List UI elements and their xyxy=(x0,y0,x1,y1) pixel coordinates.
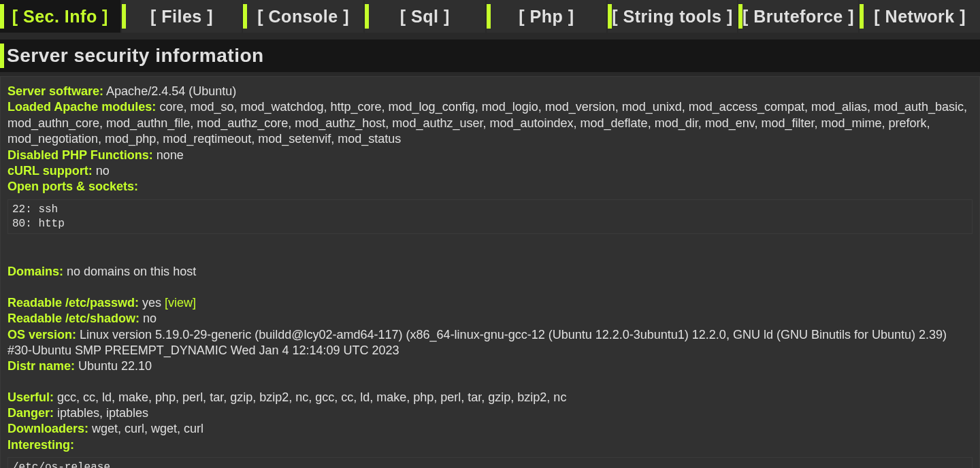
tab-console[interactable]: [ Console ] xyxy=(243,0,363,33)
tab-label: [ Network ] xyxy=(874,7,966,27)
interesting-pre: /etc/os-release xyxy=(7,457,973,468)
label-distr: Distr name: xyxy=(7,359,75,373)
tab-files[interactable]: [ Files ] xyxy=(122,0,242,33)
content-panel: Server software: Apache/2.4.54 (Ubuntu) … xyxy=(0,76,980,468)
label-curl: cURL support: xyxy=(7,164,93,178)
title-accent-bar xyxy=(0,44,4,68)
tab-bruteforce[interactable]: [ Bruteforce ] xyxy=(738,0,859,33)
tab-string-tools[interactable]: [ String tools ] xyxy=(608,0,736,33)
row-readable-shadow: Readable /etc/shadow: no xyxy=(7,311,973,327)
label-open-ports: Open ports & sockets: xyxy=(7,180,138,193)
tab-label: [ Console ] xyxy=(257,7,349,27)
row-server-software: Server software: Apache/2.4.54 (Ubuntu) xyxy=(7,84,973,99)
row-readable-passwd: Readable /etc/passwd: yes [view] xyxy=(7,295,973,311)
tab-accent-bar xyxy=(243,4,247,29)
view-passwd-link[interactable]: [view] xyxy=(165,296,196,310)
tab-label: [ Bruteforce ] xyxy=(742,7,854,27)
tab-sql[interactable]: [ Sql ] xyxy=(365,0,485,33)
label-domains: Domains: xyxy=(7,265,63,278)
tab-bar: [ Sec. Info ] [ Files ] [ Console ] [ Sq… xyxy=(0,0,980,33)
label-readable-shadow: Readable /etc/shadow: xyxy=(7,312,140,325)
value-disabled-php: none xyxy=(157,148,184,162)
label-server-software: Server software: xyxy=(7,84,103,98)
tab-label: [ Sec. Info ] xyxy=(12,7,108,27)
tab-accent-bar xyxy=(487,4,491,29)
row-danger: Danger: iptables, iptables xyxy=(7,405,973,421)
value-userful: gcc, cc, ld, make, php, perl, tar, gzip,… xyxy=(57,390,566,404)
row-downloaders: Downloaders: wget, curl, wget, curl xyxy=(7,421,973,437)
value-os-version: Linux version 5.19.0-29-generic (buildd@… xyxy=(7,328,947,357)
title-text: Server security information xyxy=(7,45,264,67)
tab-sec-info[interactable]: [ Sec. Info ] xyxy=(0,0,120,33)
row-distr: Distr name: Ubuntu 22.10 xyxy=(7,358,973,374)
label-userful: Userful: xyxy=(7,390,54,404)
label-disabled-php: Disabled PHP Functions: xyxy=(7,148,153,162)
tab-accent-bar xyxy=(738,4,742,29)
label-downloaders: Downloaders: xyxy=(7,422,88,435)
tab-label: [ Files ] xyxy=(150,7,213,27)
tab-accent-bar xyxy=(365,4,369,29)
value-curl: no xyxy=(96,164,110,178)
row-userful: Userful: gcc, cc, ld, make, php, perl, t… xyxy=(7,390,973,405)
title-wrap: Server security information xyxy=(0,39,980,72)
value-server-software: Apache/2.4.54 (Ubuntu) xyxy=(106,84,236,98)
tab-accent-bar xyxy=(0,4,4,29)
tab-accent-bar xyxy=(122,4,126,29)
value-readable-passwd: yes xyxy=(142,296,165,310)
row-interesting: Interesting: xyxy=(7,437,973,453)
row-curl: cURL support: no xyxy=(7,163,973,179)
tab-accent-bar xyxy=(860,4,864,29)
row-open-ports: Open ports & sockets: xyxy=(7,179,973,195)
value-danger: iptables, iptables xyxy=(57,406,148,420)
tab-label: [ Sql ] xyxy=(400,7,450,27)
label-danger: Danger: xyxy=(7,406,54,420)
label-loaded-modules: Loaded Apache modules: xyxy=(7,100,156,114)
label-os-version: OS version: xyxy=(7,328,76,341)
row-disabled-php: Disabled PHP Functions: none xyxy=(7,148,973,163)
row-loaded-modules: Loaded Apache modules: core, mod_so, mod… xyxy=(7,99,973,147)
open-ports-pre: 22: ssh 80: http xyxy=(7,199,973,235)
value-downloaders: wget, curl, wget, curl xyxy=(92,422,203,435)
label-readable-passwd: Readable /etc/passwd: xyxy=(7,296,139,310)
row-os-version: OS version: Linux version 5.19.0-29-gene… xyxy=(7,327,973,359)
tab-label: [ Php ] xyxy=(519,7,574,27)
value-domains: no domains on this host xyxy=(67,265,196,278)
label-interesting: Interesting: xyxy=(7,438,74,452)
tab-php[interactable]: [ Php ] xyxy=(487,0,607,33)
value-readable-shadow: no xyxy=(143,312,157,325)
tab-accent-bar xyxy=(608,4,612,29)
section-title: Server security information xyxy=(0,39,980,72)
row-domains: Domains: no domains on this host xyxy=(7,264,973,280)
tab-network[interactable]: [ Network ] xyxy=(860,0,980,33)
value-distr: Ubuntu 22.10 xyxy=(78,359,152,373)
tab-label: [ String tools ] xyxy=(612,7,732,27)
